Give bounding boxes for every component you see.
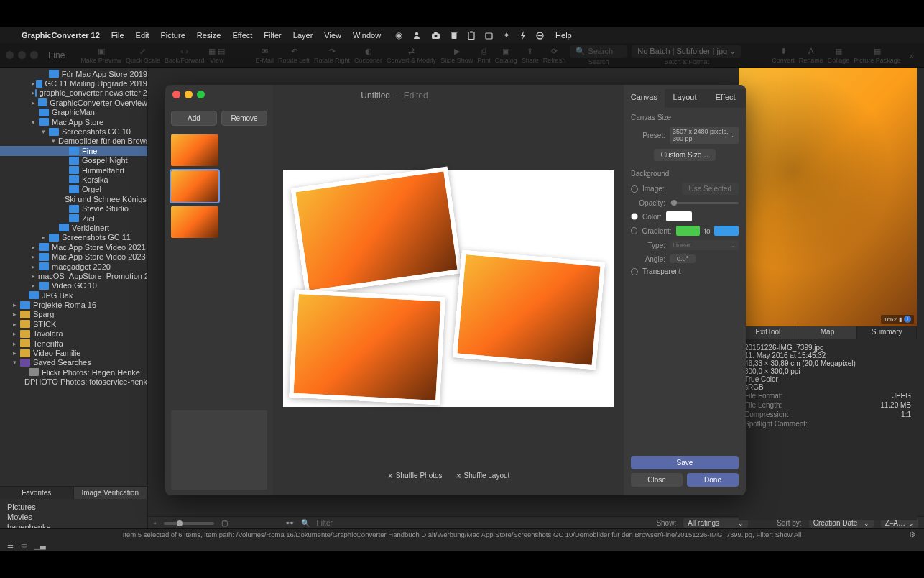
preset-dropdown[interactable]: 3507 x 2480 pixels, 300 ppi xyxy=(670,127,739,144)
save-button[interactable]: Save xyxy=(631,456,739,469)
folder-row[interactable]: Korsika xyxy=(0,175,147,184)
thumb-small-icon[interactable]: ▫ xyxy=(154,519,157,527)
opacity-slider[interactable] xyxy=(670,202,739,204)
canvas-tab[interactable]: Canvas xyxy=(624,89,665,108)
thumbnail[interactable] xyxy=(171,206,218,238)
menu-layer[interactable]: Layer xyxy=(293,31,313,40)
folder-row[interactable]: ▸Spargi xyxy=(0,310,147,319)
done-button[interactable]: Done xyxy=(687,473,739,487)
rotate-left-button[interactable]: ↶Rotate Left xyxy=(278,46,310,64)
info-icon[interactable]: i xyxy=(904,316,911,323)
collage-photo[interactable] xyxy=(291,166,463,295)
gradient-from-swatch[interactable] xyxy=(676,226,701,236)
layout-tab[interactable]: Layout xyxy=(665,89,706,108)
folder-row[interactable]: ▾Mac App Store xyxy=(0,117,147,127)
menu-window[interactable]: Window xyxy=(353,31,381,40)
convert-button[interactable]: ⬇Convert xyxy=(772,46,795,64)
search-icon[interactable]: 🔍 xyxy=(301,519,310,527)
search-field[interactable]: 🔍 SearchSearch xyxy=(570,45,627,65)
person-icon[interactable] xyxy=(412,30,421,40)
collage-canvas[interactable] xyxy=(283,111,614,466)
thumb-large-icon[interactable]: ▢ xyxy=(221,519,228,527)
catalog-button[interactable]: ▣Catalog xyxy=(495,46,517,64)
menu-picture[interactable]: Picture xyxy=(161,31,185,40)
folder-row[interactable]: ▸graphic_converter newsletter 2 xyxy=(0,88,147,98)
effect-tab[interactable]: Effect xyxy=(705,89,746,108)
folder-row[interactable]: ▾Screenshots GC 10 xyxy=(0,127,147,136)
folder-row[interactable]: Ziel xyxy=(0,214,147,223)
remove-button[interactable]: Remove xyxy=(221,111,267,126)
clipboard-icon[interactable] xyxy=(468,30,475,40)
folder-row[interactable]: DPHOTO Photos: fotoservice-henke xyxy=(0,377,147,387)
menu-filter[interactable]: Filter xyxy=(264,31,281,40)
app-menu[interactable]: GraphicConverter 12 xyxy=(22,31,100,40)
folder-row[interactable]: Himmelfahrt xyxy=(0,165,147,175)
view-button[interactable]: ▦ ▤View xyxy=(208,46,225,64)
folder-row[interactable]: Fine xyxy=(0,146,147,155)
thumbnail[interactable] xyxy=(171,170,218,202)
folder-row[interactable]: ▸Projekte Roma 16 xyxy=(0,300,147,309)
gradient-radio[interactable] xyxy=(631,227,637,234)
menu-help[interactable]: Help xyxy=(555,31,572,40)
favorite-item[interactable]: Pictures xyxy=(4,502,143,512)
rename-button[interactable]: 𝖠Rename xyxy=(799,46,823,64)
histogram-icon[interactable]: ▮ xyxy=(899,316,902,323)
convert-modify-button[interactable]: ⇄Convert & Modify xyxy=(387,46,436,64)
menu-effect[interactable]: Effect xyxy=(232,31,252,40)
image-radio[interactable] xyxy=(631,185,638,193)
bolt-icon[interactable] xyxy=(520,30,526,40)
slideshow-button[interactable]: ▶Slide Show xyxy=(440,46,473,64)
add-button[interactable]: Add xyxy=(171,111,217,126)
gradient-to-swatch[interactable] xyxy=(714,226,739,236)
menu-resize[interactable]: Resize xyxy=(197,31,221,40)
shuffle-layout-button[interactable]: ⤨ Shuffle Layout xyxy=(456,472,510,480)
cocooner-button[interactable]: ◐Cocooner xyxy=(354,46,382,64)
folder-row[interactable]: Ski und Schnee Königss xyxy=(0,194,147,203)
map-tab[interactable]: Map xyxy=(798,326,858,339)
wand-icon[interactable]: ✦ xyxy=(503,30,510,40)
thumbnail[interactable] xyxy=(171,134,218,166)
folder-row[interactable]: ▸Teneriffa xyxy=(0,339,147,348)
folder-row[interactable]: ▸Video GC 10 xyxy=(0,281,147,290)
quick-scale-button[interactable]: ⤢Quick Scale xyxy=(126,46,160,64)
menu-edit[interactable]: Edit xyxy=(136,31,149,40)
folder-row[interactable]: ▾Saved Searches xyxy=(0,358,147,367)
toolbar-overflow[interactable]: » xyxy=(905,51,918,60)
folder-row[interactable]: Verkleinert xyxy=(0,223,147,232)
list-icon[interactable]: ☰ xyxy=(7,541,14,549)
print-button[interactable]: ⎙Print xyxy=(477,46,491,64)
color-swatch[interactable] xyxy=(666,211,692,221)
folder-row[interactable]: Stevie Studio xyxy=(0,203,147,213)
window-controls[interactable] xyxy=(6,51,38,59)
favorites-tab[interactable]: Favorites xyxy=(0,487,74,499)
menu-file[interactable]: File xyxy=(111,31,124,40)
summary-tab[interactable]: Summary xyxy=(857,326,917,339)
folder-row[interactable]: ▸GC 11 Mailing Upgrade 2019 xyxy=(0,78,147,88)
folder-row[interactable]: GraphicMan xyxy=(0,108,147,117)
folder-row[interactable]: ▸Video Familie xyxy=(0,348,147,357)
folder-row[interactable]: ▸GraphicConverter Overview xyxy=(0,98,147,107)
thumbnail-size-slider[interactable] xyxy=(164,522,214,525)
collage-button[interactable]: ▦Collage xyxy=(828,46,850,64)
color-radio[interactable] xyxy=(631,213,638,220)
make-preview-button[interactable]: ▣Make Preview xyxy=(80,46,121,64)
folder-row[interactable]: JPG Bak xyxy=(0,290,147,300)
folder-row[interactable]: Gospel Night xyxy=(0,156,147,165)
filter-input[interactable]: Filter xyxy=(317,519,333,527)
email-button[interactable]: ✉E-Mail xyxy=(255,46,274,64)
folder-row[interactable]: ▸Screenshots GC 11 xyxy=(0,233,147,242)
close-button[interactable]: Close xyxy=(631,473,683,487)
custom-size-button[interactable]: Custom Size… xyxy=(654,149,716,161)
folder-row[interactable]: Flickr Photos: Hagen Henke xyxy=(0,367,147,377)
folder-row[interactable]: Orgel xyxy=(0,185,147,194)
folder-row[interactable]: Für Mac App Store 2019 xyxy=(0,69,147,78)
folder-row[interactable]: ▸macgadget 2020 xyxy=(0,262,147,271)
folder-row[interactable]: ▸STICK xyxy=(0,319,147,329)
refresh-button[interactable]: ⟳Refresh xyxy=(543,46,566,64)
folder-row[interactable]: ▸Mac App Store Video 2023 xyxy=(0,252,147,261)
folder-row[interactable]: ▸Tavolara xyxy=(0,329,147,339)
back-forward-button[interactable]: ‹ ›Back/Forward xyxy=(165,46,205,64)
chart-icon[interactable]: ▁▃ xyxy=(34,541,46,549)
exiftool-tab[interactable]: ExifTool xyxy=(739,326,798,339)
window-icon[interactable]: ▭ xyxy=(21,541,27,549)
